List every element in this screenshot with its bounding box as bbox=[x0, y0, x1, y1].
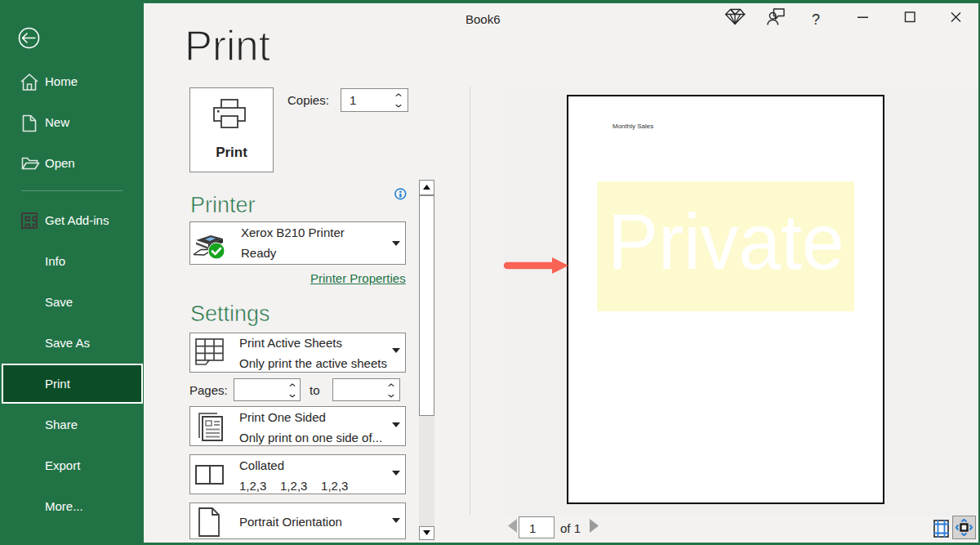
svg-text:?: ? bbox=[812, 11, 820, 28]
